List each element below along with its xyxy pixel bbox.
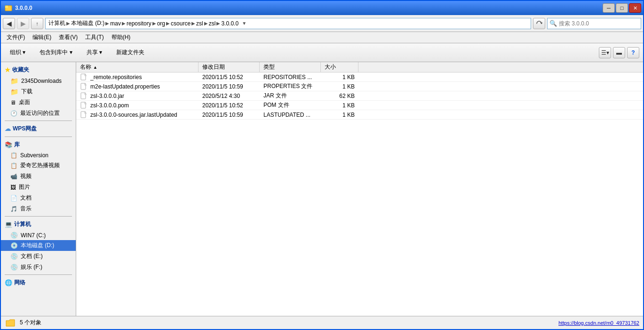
share-button[interactable]: 共享 ▾ [81,45,107,60]
status-watermark[interactable]: https://blog.csdn.net/m0_49731762 [558,320,639,326]
window-title: 3.0.0.0 [15,5,32,11]
search-icon: 🔍 [549,20,557,27]
divider-4 [5,274,72,275]
sidebar: ★ 收藏夹 📁 2345Downloads 📁 下载 🖥 桌面 🕐 [1,62,76,316]
svg-rect-1 [5,6,8,8]
file-row-1[interactable]: m2e-lastUpdated.properties 2020/11/5 10:… [76,82,643,91]
sidebar-item-e-drive[interactable]: 💿 文档 (E:) [1,251,76,262]
maximize-button[interactable]: □ [616,3,628,13]
col-header-size[interactable]: 大小 [321,62,358,72]
sidebar-item-iqiyi[interactable]: 📋 爱奇艺热播视频 [1,160,76,171]
help-button[interactable]: ? [627,47,639,58]
d-drive-icon: 💿 [10,242,18,249]
close-button[interactable]: ✕ [629,3,641,13]
sidebar-item-music[interactable]: 🎵 音乐 [1,203,76,214]
music-icon: 🎵 [10,206,17,212]
refresh-button[interactable] [533,18,545,29]
path-segment-version[interactable]: 3.0.0.0 [221,20,239,27]
sidebar-item-download[interactable]: 📁 下载 [1,86,76,97]
path-segment-d[interactable]: 本地磁盘 (D:) [71,19,104,27]
menu-help[interactable]: 帮助(H) [108,32,135,42]
view-toggle-button[interactable]: ☰▾ [599,47,611,58]
search-wrap[interactable]: 🔍 [547,18,641,29]
col-header-date[interactable]: 修改日期 [199,62,260,72]
toolbar: 组织 ▾ 包含到库中 ▾ 共享 ▾ 新建文件夹 ☰▾ ▬ ? [1,43,643,62]
e-drive-icon: 💿 [10,253,18,260]
sidebar-header-favorites[interactable]: ★ 收藏夹 [1,64,76,76]
title-bar: 3.0.0.0 ─ □ ✕ [1,1,643,15]
path-segment-repository[interactable]: repository [127,20,151,27]
title-bar-left: 3.0.0.0 [5,4,32,12]
file-list-header: 名称 ▲ 修改日期 类型 大小 [76,62,643,72]
main-area: ★ 收藏夹 📁 2345Downloads 📁 下载 🖥 桌面 🕐 [1,62,643,316]
cloud-icon: ☁ [5,125,11,132]
sidebar-header-library[interactable]: 📚 库 [1,139,76,151]
title-bar-controls: ─ □ ✕ [603,3,641,13]
status-count: 5 个对象 [20,319,41,327]
include-button[interactable]: 包含到库中 ▾ [34,45,77,60]
file-icon-2 [80,92,87,100]
file-row-4[interactable]: zsl-3.0.0.0-sources.jar.lastUpdated 2020… [76,110,643,120]
menu-tools[interactable]: 工具(T) [81,32,107,42]
sidebar-item-document[interactable]: 📄 文档 [1,193,76,203]
file-row-3[interactable]: zsl-3.0.0.0.pom 2020/11/5 10:52 POM 文件 1… [76,101,643,110]
recent-icon: 🕐 [10,110,17,117]
network-icon: 🌐 [5,279,12,286]
path-segment-computer[interactable]: 计算机 [48,19,65,27]
menu-edit[interactable]: 编辑(E) [29,32,55,42]
window-icon [5,4,12,12]
search-input[interactable] [559,20,639,27]
window: 3.0.0.0 ─ □ ✕ ◀ ▶ ↑ 计算机 ▶ 本地磁盘 (D:) ▶ ma… [0,0,644,330]
col-header-name[interactable]: 名称 ▲ [76,62,199,72]
sort-arrow-icon: ▲ [93,65,97,70]
preview-pane-button[interactable]: ▬ [613,47,625,58]
sidebar-item-f-drive[interactable]: 💿 娱乐 (F:) [1,262,76,273]
path-segment-zsl2[interactable]: zsl [209,20,216,27]
sidebar-item-subversion[interactable]: 📋 Subversion [1,151,76,160]
sidebar-header-wps[interactable]: ☁ WPS网盘 [1,123,76,135]
sidebar-item-d-drive[interactable]: 💿 本地磁盘 (D:) [1,240,76,251]
sidebar-item-picture[interactable]: 🖼 图片 [1,182,76,193]
status-bar: 5 个对象 https://blog.csdn.net/m0_49731762 [1,316,643,329]
star-icon: ★ [5,66,10,73]
sidebar-section-computer: 💻 计算机 💿 WIN7 (C:) 💿 本地磁盘 (D:) 💿 文档 (E:) … [1,218,76,273]
address-dropdown-button[interactable]: ▼ [240,18,248,29]
path-segment-mav[interactable]: mav [110,20,121,27]
path-segment-org[interactable]: org [157,20,165,27]
file-row-2[interactable]: zsl-3.0.0.0.jar 2020/5/12 4:30 JAR 文件 62… [76,91,643,101]
sidebar-header-network[interactable]: 🌐 网络 [1,277,76,289]
menu-view[interactable]: 查看(V) [55,32,81,42]
subversion-icon: 📋 [10,152,17,159]
sidebar-section-wps: ☁ WPS网盘 [1,123,76,135]
up-button[interactable]: ↑ [31,18,43,29]
organize-button[interactable]: 组织 ▾ [5,45,31,60]
folder-icon-download: 📁 [10,88,18,96]
sidebar-item-2345[interactable]: 📁 2345Downloads [1,76,76,86]
content-area: 名称 ▲ 修改日期 类型 大小 [76,62,643,316]
folder-icon-2345: 📁 [10,77,18,85]
computer-icon: 💻 [5,221,12,228]
menu-bar: 文件(F) 编辑(E) 查看(V) 工具(T) 帮助(H) [1,32,643,43]
divider-1 [5,121,72,121]
path-segment-csource[interactable]: csource [171,20,191,27]
forward-button[interactable]: ▶ [17,18,29,29]
path-segment-zsl1[interactable]: zsl [196,20,203,27]
back-button[interactable]: ◀ [3,18,15,29]
file-row-0[interactable]: _remote.repositories 2020/11/5 10:52 REP… [76,72,643,82]
c-drive-icon: 💿 [10,232,18,239]
iqiyi-icon: 📋 [10,162,17,169]
sidebar-header-computer[interactable]: 💻 计算机 [1,218,76,230]
new-folder-button[interactable]: 新建文件夹 [111,45,150,60]
sidebar-item-desktop[interactable]: 🖥 桌面 [1,97,76,108]
menu-file[interactable]: 文件(F) [3,32,29,42]
divider-2 [5,137,72,137]
col-header-type[interactable]: 类型 [260,62,321,72]
sidebar-item-video[interactable]: 📹 视频 [1,171,76,182]
sidebar-item-recent[interactable]: 🕐 最近访问的位置 [1,108,76,119]
sidebar-section-favorites: ★ 收藏夹 📁 2345Downloads 📁 下载 🖥 桌面 🕐 [1,64,76,119]
document-icon: 📄 [10,195,17,201]
minimize-button[interactable]: ─ [603,3,615,13]
file-icon-1 [80,83,87,90]
address-input-wrap[interactable]: 计算机 ▶ 本地磁盘 (D:) ▶ mav ▶ repository ▶ org… [45,18,531,29]
sidebar-item-c-drive[interactable]: 💿 WIN7 (C:) [1,230,76,240]
